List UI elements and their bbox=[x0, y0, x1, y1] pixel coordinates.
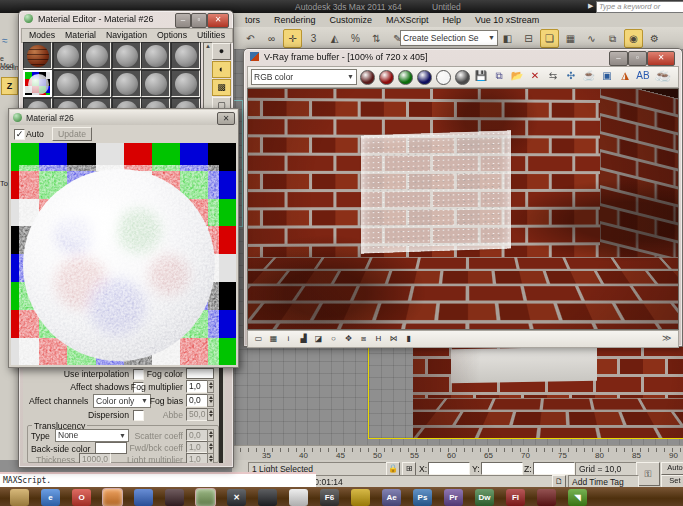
y-field[interactable] bbox=[481, 462, 523, 475]
wave-modifier-icon[interactable]: ≈ bbox=[2, 35, 8, 46]
backlight-icon[interactable]: ◐ bbox=[212, 61, 231, 78]
me-menu-options[interactable]: Options bbox=[152, 29, 192, 41]
search-arrow-icon[interactable]: ▶ bbox=[588, 2, 593, 10]
menu-maxscript[interactable]: MAXScript bbox=[379, 13, 436, 26]
h-icon[interactable]: H bbox=[372, 332, 385, 345]
select-and-link-icon[interactable]: ∞ bbox=[262, 29, 281, 48]
compare-center-icon[interactable]: ⋈ bbox=[387, 332, 400, 345]
exposure-icon[interactable]: ○ bbox=[327, 332, 340, 345]
windows-taskbar[interactable]: eO✕F6AePsPrDwFl◥ bbox=[0, 487, 683, 506]
spinner-snap-icon[interactable]: ⇅ bbox=[367, 29, 386, 48]
green-channel-icon[interactable] bbox=[398, 70, 413, 85]
preview-title-bar[interactable]: Material #26 ✕ bbox=[10, 110, 237, 126]
material-slot-6[interactable] bbox=[171, 42, 200, 69]
graphite-ribbon-icon[interactable]: ▦ bbox=[561, 29, 580, 48]
z-field[interactable] bbox=[533, 462, 575, 475]
material-editor-icon[interactable]: ◉ bbox=[624, 29, 643, 48]
stamp-icon[interactable]: ▭ bbox=[252, 332, 265, 345]
params-scrollbar[interactable] bbox=[219, 363, 223, 463]
monitor-icon[interactable]: ▣ bbox=[599, 68, 615, 84]
hazard-icon[interactable] bbox=[351, 489, 370, 506]
selection-set-combo[interactable]: Create Selection Se▼ bbox=[400, 30, 498, 46]
alpha-channel-icon[interactable] bbox=[436, 70, 451, 85]
vfb-channel-combo[interactable]: RGB color▼ bbox=[251, 69, 357, 85]
dark-channel-icon[interactable] bbox=[360, 70, 375, 85]
me-menu-utilities[interactable]: Utilities bbox=[192, 29, 230, 41]
f6-icon[interactable]: F6 bbox=[320, 489, 339, 506]
clear-image-icon[interactable]: ✕ bbox=[527, 68, 543, 84]
me-menu-navigation[interactable]: Navigation bbox=[101, 29, 152, 41]
vfb-window[interactable]: V-Ray frame buffer - [100% of 720 x 405]… bbox=[243, 48, 683, 347]
set-key-mode-button[interactable]: ⚿ bbox=[636, 462, 660, 486]
menu-rendering[interactable]: Rendering bbox=[267, 13, 323, 26]
track-mouse-icon[interactable]: ✣ bbox=[563, 68, 579, 84]
material-slot-4[interactable] bbox=[112, 42, 141, 69]
vfb-close-button[interactable]: ✕ bbox=[647, 51, 675, 66]
swatch-icon[interactable]: ▮ bbox=[402, 332, 415, 345]
histogram-icon[interactable]: ▟ bbox=[297, 332, 310, 345]
me-menu-modes[interactable]: Modes bbox=[24, 29, 60, 41]
photoshop-icon[interactable]: Ps bbox=[413, 489, 432, 506]
material-editor-title-bar[interactable]: Material Editor - Material #26 – ▫ ✕ bbox=[19, 11, 231, 27]
expand-chevron-icon[interactable]: ≫ bbox=[662, 333, 671, 343]
background-icon[interactable]: ▩ bbox=[212, 79, 231, 96]
vfb-minimize-button[interactable]: – bbox=[609, 51, 628, 66]
z-button[interactable]: Z bbox=[1, 77, 18, 95]
vfb-title-bar[interactable]: V-Ray frame buffer - [100% of 720 x 405]… bbox=[244, 49, 680, 65]
update-button[interactable]: Update bbox=[52, 127, 92, 141]
auto-update-checkbox[interactable]: ✓ bbox=[14, 129, 25, 140]
me-minimize-button[interactable]: – bbox=[175, 13, 191, 28]
menu-tors[interactable]: tors bbox=[238, 13, 267, 26]
me-maximize-button[interactable]: ▫ bbox=[191, 13, 207, 28]
load-image-icon[interactable]: 📂 bbox=[509, 68, 525, 84]
render-setup-icon[interactable]: ⚙ bbox=[645, 29, 664, 48]
material-slot-12[interactable] bbox=[171, 70, 200, 97]
vfb-maximize-button[interactable]: ▫ bbox=[628, 51, 647, 66]
utility-x-icon[interactable]: ✕ bbox=[227, 489, 246, 506]
lock-selection-button[interactable]: 🔒 bbox=[386, 462, 400, 476]
undo-icon[interactable]: ↶ bbox=[241, 29, 260, 48]
red-channel-icon[interactable] bbox=[379, 70, 394, 85]
firefox-icon[interactable] bbox=[103, 489, 122, 506]
sample-type-icon[interactable]: ● bbox=[212, 43, 231, 60]
fog-bias-spinner[interactable] bbox=[207, 394, 214, 407]
x-field[interactable] bbox=[428, 462, 470, 475]
mono-channel-icon[interactable] bbox=[455, 70, 470, 85]
material-slot-7[interactable] bbox=[23, 70, 52, 97]
menu-help[interactable]: Help bbox=[436, 13, 469, 26]
percent-snap-icon[interactable]: % bbox=[346, 29, 365, 48]
render-last-teapot-icon[interactable]: ☕ bbox=[657, 69, 673, 85]
select-and-move-icon[interactable]: ✛ bbox=[283, 29, 302, 48]
material-slot-5[interactable] bbox=[141, 42, 170, 69]
curve-editor-icon[interactable]: ∿ bbox=[582, 29, 601, 48]
schematic-view-icon[interactable]: ⧉ bbox=[603, 29, 622, 48]
vfb-render-image[interactable] bbox=[247, 88, 679, 330]
align-icon[interactable]: ⊟ bbox=[519, 29, 538, 48]
material-slot-11[interactable] bbox=[141, 70, 170, 97]
me-close-button[interactable]: ✕ bbox=[207, 13, 229, 28]
vray-ab-icon[interactable]: ◮ bbox=[617, 68, 633, 84]
material-preview-window[interactable]: Material #26 ✕ ✓ Auto Update bbox=[8, 108, 239, 368]
nvidia-icon[interactable]: ◥ bbox=[568, 489, 587, 506]
search-input[interactable]: Type a keyword or phrase bbox=[596, 1, 683, 13]
snap-3-icon[interactable]: 3 bbox=[304, 29, 323, 48]
flash-icon[interactable]: Fl bbox=[506, 489, 525, 506]
absolute-mode-button[interactable]: ⊞ bbox=[402, 462, 416, 476]
material-slot-2[interactable] bbox=[53, 42, 82, 69]
fog-color-swatch[interactable] bbox=[186, 368, 214, 379]
info-icon[interactable]: i bbox=[282, 332, 295, 345]
launcher-icon[interactable] bbox=[289, 489, 308, 506]
material-slot-1[interactable] bbox=[23, 42, 52, 69]
media-icon[interactable] bbox=[165, 489, 184, 506]
browser-orb-icon[interactable] bbox=[134, 489, 153, 506]
ab-compare-icon[interactable]: AB bbox=[635, 68, 651, 84]
angle-snap-icon[interactable]: ◭ bbox=[325, 29, 344, 48]
internet-explorer-icon[interactable]: e bbox=[41, 489, 60, 506]
save-image-icon[interactable]: 💾 bbox=[473, 68, 489, 84]
mirror-icon[interactable]: ◧ bbox=[498, 29, 517, 48]
dark-app-icon[interactable] bbox=[258, 489, 277, 506]
material-slot-9[interactable] bbox=[82, 70, 111, 97]
active-viewport[interactable] bbox=[368, 345, 683, 439]
preview-close-button[interactable]: ✕ bbox=[217, 112, 235, 125]
material-slot-8[interactable] bbox=[53, 70, 82, 97]
